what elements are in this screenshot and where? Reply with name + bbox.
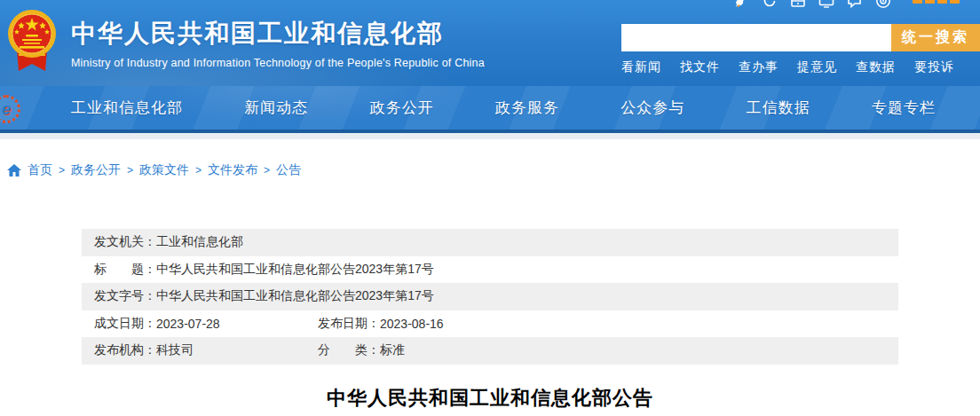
nav-item-miit-home[interactable]: 工业和信息化部 <box>71 98 183 118</box>
meta-label: 发布机构： <box>94 342 156 358</box>
meta-row-issuing-agency: 发文机关： 工业和信息化部 <box>82 229 898 256</box>
card-reader-icon[interactable] <box>790 0 806 9</box>
quick-link-data[interactable]: 查数据 <box>856 59 896 75</box>
quick-link-suggestions[interactable]: 提意见 <box>797 59 837 75</box>
meta-value: 工业和信息化部 <box>156 234 243 250</box>
meta-row-title: 标 题： 中华人民共和国工业和信息化部公告2023年第17号 <box>82 256 898 284</box>
national-emblem-icon <box>7 5 57 80</box>
nav-shadow-band <box>0 133 980 139</box>
content: 首页 > 政务公开 > 政策文件 > 文件发布 > 公告 发文机关： 工业和信息… <box>0 162 980 412</box>
breadcrumb-separator: > <box>59 164 65 177</box>
meta-value: 中华人民共和国工业和信息化部公告2023年第17号 <box>156 262 434 278</box>
meta-label: 发文机关： <box>94 234 156 250</box>
main-nav: e 工业和信息化部 新闻动态 政务公开 政务服务 公众参与 工信数据 专题专栏 <box>0 86 980 133</box>
brand-text: 中华人民共和国工业和信息化部 Ministry of Industry and … <box>71 17 485 69</box>
breadcrumb-separator: > <box>127 164 133 177</box>
site-subtitle: Ministry of Industry and Information Tec… <box>71 57 485 69</box>
nav-item-special-topics[interactable]: 专题专栏 <box>872 98 936 118</box>
meta-label: 发布日期： <box>318 316 380 332</box>
topbar-clipped-label <box>913 0 960 4</box>
meta-label: 成文日期： <box>94 316 156 332</box>
quick-link-services[interactable]: 查办事 <box>739 59 778 75</box>
monitor-icon[interactable] <box>818 0 834 9</box>
home-icon[interactable] <box>7 164 21 177</box>
meta-row-dates: 成文日期： 2023-07-28 发布日期： 2023-08-16 <box>82 310 898 338</box>
breadcrumb-gov-disclosure[interactable]: 政务公开 <box>71 162 121 178</box>
site-header: 中华人民共和国工业和信息化部 Ministry of Industry and … <box>0 0 980 86</box>
topbar-icon-strip <box>733 0 960 11</box>
search-area: 统一搜索 看新闻 找文件 查办事 提意见 查数据 要投诉 <box>621 24 980 75</box>
meta-value: 2023-07-28 <box>156 317 220 331</box>
breadcrumb-policy-files[interactable]: 政策文件 <box>139 162 189 178</box>
breadcrumb-file-release[interactable]: 文件发布 <box>208 162 257 178</box>
meta-value: 科技司 <box>156 342 194 358</box>
meta-row-publisher-category: 发布机构： 科技司 分 类： 标准 <box>82 337 898 365</box>
miit-e-logo-icon: e <box>0 95 20 123</box>
doc-meta-table: 发文机关： 工业和信息化部 标 题： 中华人民共和国工业和信息化部公告2023年… <box>82 229 898 365</box>
breadcrumb-home[interactable]: 首页 <box>28 162 52 178</box>
meta-value: 标准 <box>380 342 405 358</box>
meta-value: 2023-08-16 <box>380 317 444 331</box>
unified-search-button[interactable]: 统一搜索 <box>891 24 980 51</box>
quick-link-find-files[interactable]: 找文件 <box>680 59 720 75</box>
breadcrumb-announcements[interactable]: 公告 <box>276 162 301 178</box>
page: 中华人民共和国工业和信息化部 Ministry of Industry and … <box>0 0 980 412</box>
quick-link-complaints[interactable]: 要投诉 <box>914 59 954 75</box>
eye-icon[interactable] <box>875 0 891 9</box>
search-input[interactable] <box>621 24 891 51</box>
site-title: 中华人民共和国工业和信息化部 <box>71 17 485 51</box>
site-brand: 中华人民共和国工业和信息化部 Ministry of Industry and … <box>7 5 485 80</box>
chat-icon[interactable] <box>847 0 863 9</box>
nav-item-news[interactable]: 新闻动态 <box>244 98 308 118</box>
breadcrumb-separator: > <box>195 164 202 177</box>
meta-value: 中华人民共和国工业和信息化部公告2023年第17号 <box>156 288 434 304</box>
nav-item-gov-disclosure[interactable]: 政务公开 <box>370 98 434 118</box>
refresh-icon[interactable] <box>762 0 778 9</box>
quick-link-news[interactable]: 看新闻 <box>621 59 661 75</box>
nav-item-public-participation[interactable]: 公众参与 <box>620 98 684 118</box>
meta-label: 标 题： <box>94 262 156 278</box>
meta-row-document-number: 发文字号： 中华人民共和国工业和信息化部公告2023年第17号 <box>82 283 898 310</box>
breadcrumb: 首页 > 政务公开 > 政策文件 > 文件发布 > 公告 <box>7 162 980 178</box>
miit-e-logo-letter: e <box>2 99 12 119</box>
nav-item-gov-services[interactable]: 政务服务 <box>495 98 559 118</box>
meta-label: 发文字号： <box>94 288 156 304</box>
quick-links: 看新闻 找文件 查办事 提意见 查数据 要投诉 <box>621 59 980 75</box>
nav-item-industry-data[interactable]: 工信数据 <box>747 98 810 118</box>
meta-label: 分 类： <box>318 342 380 358</box>
article-title: 中华人民共和国工业和信息化部公告 <box>0 385 980 412</box>
dove-icon[interactable] <box>733 0 749 9</box>
breadcrumb-separator: > <box>264 164 270 177</box>
